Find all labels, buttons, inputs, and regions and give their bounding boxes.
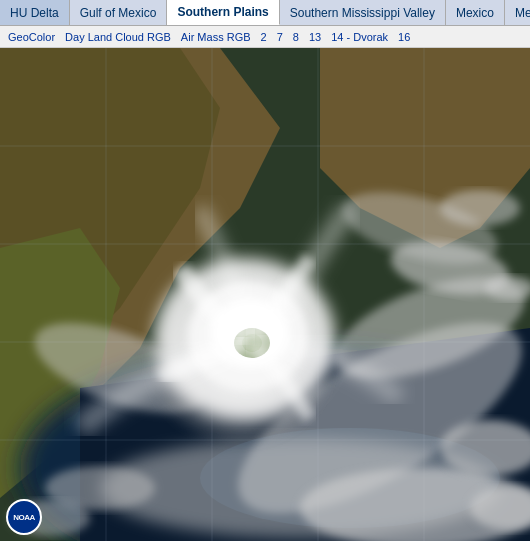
option-air-mass-rgb[interactable]: Air Mass RGB [179, 30, 253, 44]
tab-southern-plains[interactable]: Southern Plains [167, 0, 279, 25]
option-16[interactable]: 16 [396, 30, 412, 44]
tab-bar: HU Delta Gulf of Mexico Southern Plains … [0, 0, 530, 26]
option-8[interactable]: 8 [291, 30, 301, 44]
option-2[interactable]: 2 [259, 30, 269, 44]
option-14-dvorak[interactable]: 14 - Dvorak [329, 30, 390, 44]
option-13[interactable]: 13 [307, 30, 323, 44]
tab-mesoscale[interactable]: Mesoscale - 29°N - 93°W [505, 0, 530, 25]
option-7[interactable]: 7 [275, 30, 285, 44]
satellite-image-container: NOAA [0, 48, 530, 541]
tab-hu-delta[interactable]: HU Delta [0, 0, 70, 25]
satellite-image [0, 48, 530, 541]
tab-mexico[interactable]: Mexico [446, 0, 505, 25]
noaa-logo-text: NOAA [13, 513, 35, 522]
noaa-logo: NOAA [6, 499, 42, 535]
options-bar: GeoColor Day Land Cloud RGB Air Mass RGB… [0, 26, 530, 48]
tab-southern-mississippi-valley[interactable]: Southern Mississippi Valley [280, 0, 446, 25]
tab-gulf-of-mexico[interactable]: Gulf of Mexico [70, 0, 168, 25]
option-day-land-cloud-rgb[interactable]: Day Land Cloud RGB [63, 30, 173, 44]
option-geocolor[interactable]: GeoColor [6, 30, 57, 44]
svg-point-30 [440, 190, 520, 226]
